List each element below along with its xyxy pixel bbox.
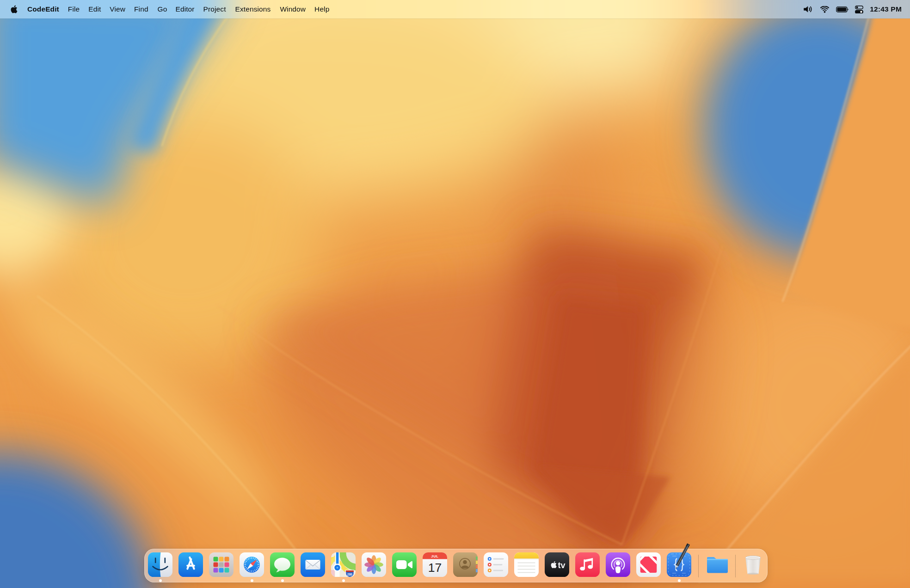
- svg-text:17: 17: [428, 561, 442, 575]
- svg-text:JUL: JUL: [431, 554, 438, 558]
- svg-text:280: 280: [347, 573, 352, 576]
- svg-text:tv: tv: [558, 561, 566, 570]
